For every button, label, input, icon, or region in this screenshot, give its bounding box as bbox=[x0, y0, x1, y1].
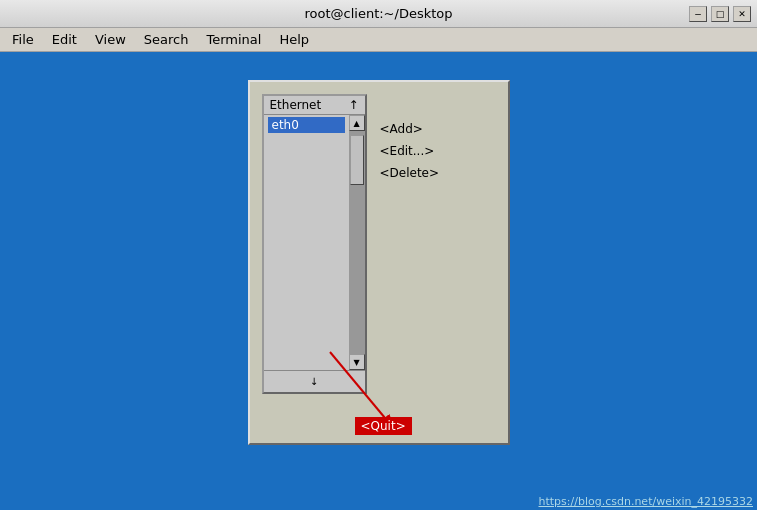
window-controls: − □ ✕ bbox=[689, 6, 751, 22]
menu-view[interactable]: View bbox=[87, 30, 134, 49]
list-item[interactable]: eth0 bbox=[268, 117, 345, 133]
ethernet-listbox: Ethernet ↑ eth0 ▲ ▼ ↓ bbox=[262, 94, 367, 394]
menu-bar: File Edit View Search Terminal Help bbox=[0, 28, 757, 52]
menu-file[interactable]: File bbox=[4, 30, 42, 49]
close-button[interactable]: ✕ bbox=[733, 6, 751, 22]
scroll-thumb[interactable] bbox=[350, 135, 364, 185]
scroll-down-button[interactable]: ▼ bbox=[349, 354, 365, 370]
action-buttons: <Add> <Edit...> <Delete> bbox=[380, 122, 440, 180]
maximize-button[interactable]: □ bbox=[711, 6, 729, 22]
listbox-footer: ↓ bbox=[264, 370, 365, 392]
window-title: root@client:~/Desktop bbox=[304, 6, 452, 21]
menu-help[interactable]: Help bbox=[271, 30, 317, 49]
listbox-body: eth0 ▲ ▼ bbox=[264, 115, 365, 370]
quit-button[interactable]: <Quit> bbox=[355, 417, 412, 435]
menu-search[interactable]: Search bbox=[136, 30, 197, 49]
delete-button[interactable]: <Delete> bbox=[380, 166, 440, 180]
network-dialog: Ethernet ↑ eth0 ▲ ▼ ↓ <Add bbox=[248, 80, 510, 445]
listbox-items: eth0 bbox=[264, 115, 349, 370]
edit-button[interactable]: <Edit...> bbox=[380, 144, 440, 158]
minimize-button[interactable]: − bbox=[689, 6, 707, 22]
listbox-header: Ethernet ↑ bbox=[264, 96, 365, 115]
scroll-down-icon: ↓ bbox=[310, 376, 318, 387]
scroll-up-icon[interactable]: ↑ bbox=[348, 98, 358, 112]
listbox-title: Ethernet bbox=[270, 98, 322, 112]
menu-edit[interactable]: Edit bbox=[44, 30, 85, 49]
scroll-track bbox=[349, 131, 365, 354]
terminal-content: Ethernet ↑ eth0 ▲ ▼ ↓ <Add bbox=[0, 52, 757, 510]
menu-terminal[interactable]: Terminal bbox=[198, 30, 269, 49]
add-button[interactable]: <Add> bbox=[380, 122, 440, 136]
bottom-bar: <Quit> bbox=[355, 417, 412, 435]
scroll-up-button[interactable]: ▲ bbox=[349, 115, 365, 131]
listbox-scrollbar: ▲ ▼ bbox=[349, 115, 365, 370]
title-bar: root@client:~/Desktop − □ ✕ bbox=[0, 0, 757, 28]
watermark-link[interactable]: https://blog.csdn.net/weixin_42195332 bbox=[538, 495, 753, 508]
